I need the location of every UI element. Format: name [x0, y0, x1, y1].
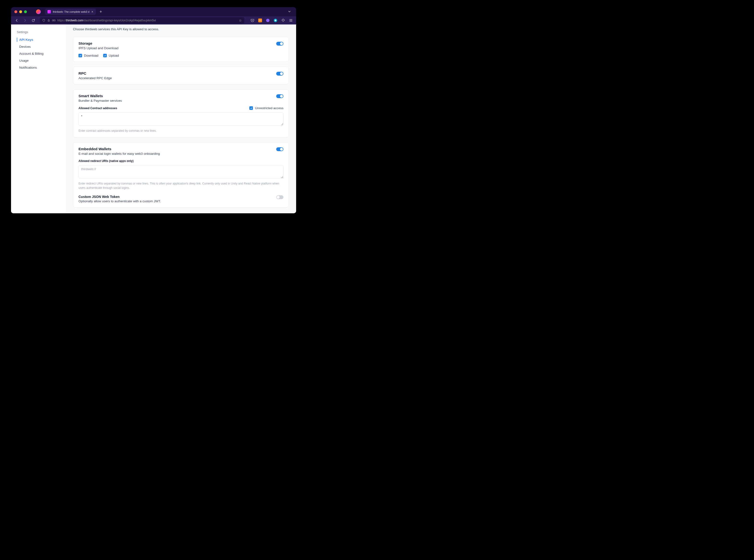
sidebar-item-notifications[interactable]: Notifications — [11, 64, 66, 71]
extension-icon-2[interactable] — [265, 18, 271, 23]
back-button[interactable] — [14, 17, 20, 24]
embedded-title: Embedded Wallets — [78, 147, 276, 151]
download-label: Download — [84, 54, 98, 57]
menu-button[interactable] — [288, 18, 294, 23]
addresses-textarea[interactable] — [78, 112, 283, 126]
extensions-button[interactable] — [280, 18, 286, 23]
embedded-subtitle: E-mail and social login wallets for easy… — [78, 152, 276, 156]
close-window-button[interactable] — [14, 10, 17, 13]
unrestricted-label: Unrestricted access — [255, 106, 283, 110]
upload-label: Upload — [109, 54, 119, 57]
card-storage: Storage IPFS Upload and Download Downloa… — [73, 37, 289, 62]
storage-toggle[interactable] — [276, 42, 283, 45]
jwt-toggle[interactable] — [276, 195, 283, 199]
storage-title: Storage — [78, 41, 276, 45]
titlebar: thirdweb: The complete web3 d × + — [11, 7, 296, 16]
traffic-lights — [14, 10, 27, 13]
lock-icon — [47, 19, 50, 22]
main: Choose thirdweb services this API Key is… — [66, 24, 296, 213]
rpc-toggle[interactable] — [276, 72, 283, 76]
embedded-toggle[interactable] — [276, 147, 283, 151]
permissions-icon — [52, 19, 56, 22]
maximize-window-button[interactable] — [24, 10, 27, 13]
addresses-help: Enter contract addresses separated by co… — [78, 128, 283, 133]
minimize-window-button[interactable] — [19, 10, 22, 13]
download-checkbox[interactable] — [78, 54, 82, 57]
sidebar: Settings API Keys Devices Account & Bill… — [11, 24, 66, 213]
tab-favicon — [47, 10, 51, 14]
forward-button[interactable] — [22, 17, 28, 24]
extension-icon-3[interactable] — [273, 18, 278, 23]
sidebar-item-account-billing[interactable]: Account & Billing — [11, 50, 66, 57]
shield-icon — [42, 19, 45, 22]
close-tab-button[interactable]: × — [92, 10, 93, 14]
sidebar-item-api-keys[interactable]: API Keys — [11, 36, 66, 43]
svg-point-6 — [266, 19, 270, 22]
sidebar-item-usage[interactable]: Usage — [11, 57, 66, 64]
firefox-icon — [36, 9, 41, 14]
toolbar: https://thirdweb.com/dashboard/settings/… — [11, 16, 296, 24]
unrestricted-checkbox-item[interactable]: Unrestricted access — [249, 106, 283, 110]
sidebar-item-devices[interactable]: Devices — [11, 43, 66, 50]
sidebar-heading: Settings — [11, 30, 66, 36]
unrestricted-checkbox[interactable] — [249, 106, 253, 110]
tab-strip: thirdweb: The complete web3 d × + — [45, 8, 284, 15]
jwt-title: Custom JSON Web Token — [78, 195, 276, 199]
url-text: https://thirdweb.com/dashboard/settings/… — [57, 19, 237, 22]
svg-point-4 — [259, 20, 260, 21]
svg-rect-2 — [54, 20, 55, 21]
page-description: Choose thirdweb services this API Key is… — [73, 24, 289, 37]
card-embedded-wallets: Embedded Wallets E-mail and social login… — [73, 142, 289, 207]
svg-point-8 — [275, 20, 276, 21]
rpc-subtitle: Accelerated RPC Edge — [78, 76, 276, 80]
reload-button[interactable] — [30, 17, 37, 24]
browser-tab[interactable]: thirdweb: The complete web3 d × — [45, 8, 96, 15]
tab-title: thirdweb: The complete web3 d — [53, 10, 90, 13]
redirect-help: Enter redirect URIs separated by commas … — [78, 181, 283, 190]
download-checkbox-item[interactable]: Download — [78, 54, 98, 57]
bookmark-star-icon[interactable]: ☆ — [239, 19, 242, 22]
rpc-title: RPC — [78, 71, 276, 76]
redirect-label: Allowed redirect URIs (native apps only) — [78, 159, 134, 163]
smart-wallets-toggle[interactable] — [276, 94, 283, 98]
upload-checkbox[interactable] — [103, 54, 107, 57]
addresses-label: Allowed Contract addresses — [78, 106, 117, 110]
upload-checkbox-item[interactable]: Upload — [103, 54, 119, 57]
address-bar[interactable]: https://thirdweb.com/dashboard/settings/… — [40, 17, 244, 23]
svg-rect-0 — [48, 20, 49, 21]
smart-wallets-subtitle: Bundler & Paymaster services — [78, 99, 276, 102]
redirect-textarea[interactable] — [78, 165, 283, 179]
content: Settings API Keys Devices Account & Bill… — [11, 24, 296, 213]
browser-window: thirdweb: The complete web3 d × + — [11, 7, 296, 213]
tabs-dropdown-button[interactable] — [286, 9, 293, 14]
new-tab-button[interactable]: + — [98, 9, 104, 14]
jwt-subtitle: Optionally allow users to authenticate w… — [78, 199, 276, 203]
card-smart-wallets: Smart Wallets Bundler & Paymaster servic… — [73, 89, 289, 138]
card-rpc: RPC Accelerated RPC Edge — [73, 67, 289, 84]
extension-icon-1[interactable] — [257, 18, 263, 23]
pocket-icon[interactable] — [250, 18, 255, 23]
toolbar-icons — [250, 18, 294, 23]
svg-rect-1 — [52, 20, 54, 21]
smart-wallets-title: Smart Wallets — [78, 94, 276, 98]
storage-subtitle: IPFS Upload and Download — [78, 46, 276, 50]
svg-rect-3 — [258, 19, 262, 22]
svg-point-5 — [261, 20, 261, 21]
